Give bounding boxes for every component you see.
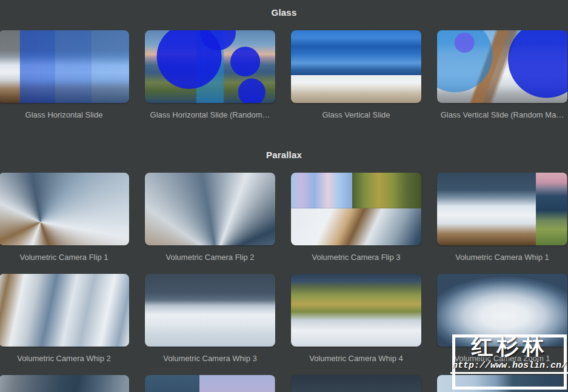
section-title-parallax: Parallax [0,150,568,160]
transition-item: Glass Vertical Slide (Random Ma… [437,30,567,120]
transition-thumbnail-glass-horizontal-slide[interactable] [0,30,129,103]
transition-thumbnail-volumetric-camera-whip-1[interactable] [437,173,567,245]
transitions-browser: { "colors": { "background": "#393d3d", "… [0,0,568,392]
transition-label: Volumetric Camera Flip 1 [0,253,129,262]
transition-thumbnail-glass-vertical-slide[interactable] [291,30,421,103]
watermark-title: 红杉林 [472,334,548,359]
transition-item: Volumetric Camera Whip 2 [0,274,129,364]
transition-item: Glass Horizontal Slide (Random… [145,30,275,120]
transition-item: Volumetric Camera Whip 4 [291,274,421,364]
transition-thumbnail-volumetric-camera-flip-1[interactable] [0,173,129,245]
transition-item: Volumetric Camera Whip 3 [145,274,275,364]
transition-item: Volumetric Camera Flip 1 [0,173,129,262]
transition-item [145,375,275,392]
transition-label: Glass Vertical Slide (Random Ma… [437,110,567,120]
transition-item: Volumetric Camera Flip 2 [145,173,275,262]
transition-thumbnail-volumetric-camera-whip-3[interactable] [145,274,275,347]
transition-label: Glass Vertical Slide [291,110,421,120]
transition-label: Glass Horizontal Slide (Random… [145,110,275,120]
glass-transitions-grid: Glass Horizontal Slide Glass Horizontal … [0,30,568,120]
transition-label: Volumetric Camera Whip 1 [437,253,567,262]
transition-item: Volumetric Camera Flip 3 [291,173,421,262]
transition-thumbnail-volumetric-camera-whip-4[interactable] [291,274,421,347]
transition-thumbnail-partial-1[interactable] [0,375,129,392]
transition-thumbnail-glass-vertical-slide-random[interactable] [437,30,567,103]
transition-item: Glass Horizontal Slide [0,30,129,120]
transition-thumbnail-glass-horizontal-slide-random[interactable] [145,30,275,103]
transition-label: Volumetric Camera Whip 4 [291,354,421,364]
transition-item: Volumetric Camera Whip 1 [437,173,567,262]
watermark-url: http://www.hoslin.cn/ [450,360,568,374]
transition-thumbnail-volumetric-camera-whip-2[interactable] [0,274,129,347]
transition-label: Volumetric Camera Flip 3 [291,253,421,262]
transition-thumbnail-partial-2[interactable] [145,375,275,392]
transition-thumbnail-partial-3[interactable] [291,375,421,392]
transition-label: Volumetric Camera Whip 2 [0,354,129,364]
transition-thumbnail-volumetric-camera-flip-2[interactable] [145,173,275,245]
transition-item [291,375,421,392]
transition-thumbnail-volumetric-camera-flip-3[interactable] [291,173,421,245]
section-title-glass: Glass [0,7,568,18]
transition-label: Volumetric Camera Flip 2 [145,253,275,262]
transition-item: Glass Vertical Slide [291,30,421,120]
transition-item [0,375,129,392]
watermark-box: 红杉林 http://www.hoslin.cn/ [452,334,567,390]
transition-label: Volumetric Camera Whip 3 [145,354,275,364]
transition-label: Glass Horizontal Slide [0,110,129,120]
